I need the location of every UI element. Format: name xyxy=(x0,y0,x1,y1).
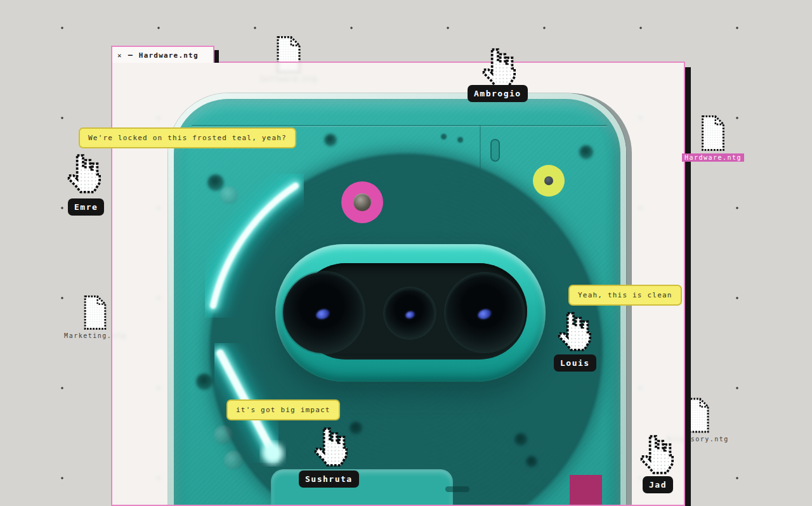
hand-cursor-icon xyxy=(65,154,101,193)
chat-bubble: it's got big impact xyxy=(226,399,340,420)
cursor-sushruta xyxy=(312,427,348,467)
desktop-icon-hardware[interactable]: Hardware.ntg xyxy=(683,115,743,162)
minimize-icon[interactable]: — xyxy=(128,51,133,60)
cursor-name-tag: Louis xyxy=(554,354,596,372)
window-titlebar[interactable]: ✕ — Hardware.ntg xyxy=(111,46,214,63)
hand-cursor-icon xyxy=(312,427,348,467)
icon-label-selected: Hardware.ntg xyxy=(682,153,744,162)
cursor-name-tag: Jad xyxy=(643,476,673,493)
window-title: Hardware.ntg xyxy=(139,51,199,60)
desktop: Software.ntg Marketing.ntg Accessory.ntg xyxy=(0,0,812,506)
document-icon xyxy=(684,397,711,434)
cursor-emre xyxy=(65,154,101,193)
hand-cursor-icon xyxy=(556,312,591,351)
cursor-name-tag: Ambrogio xyxy=(468,85,528,102)
cursor-louis xyxy=(556,312,591,351)
cursor-name-tag: Emre xyxy=(68,198,104,216)
cursor-name-tag: Sushruta xyxy=(299,470,359,488)
cursor-jad xyxy=(638,435,674,474)
document-icon xyxy=(82,295,108,330)
close-icon[interactable]: ✕ xyxy=(117,51,122,60)
cursor-ambrogio xyxy=(480,48,516,88)
hand-cursor-icon xyxy=(638,435,674,474)
document-icon xyxy=(699,115,727,152)
chat-bubble: We're locked on this frosted teal, yeah? xyxy=(79,127,296,148)
titlebar-shadow xyxy=(214,50,219,63)
chat-bubble: Yeah, this is clean xyxy=(568,285,682,306)
hand-cursor-icon xyxy=(480,48,516,88)
